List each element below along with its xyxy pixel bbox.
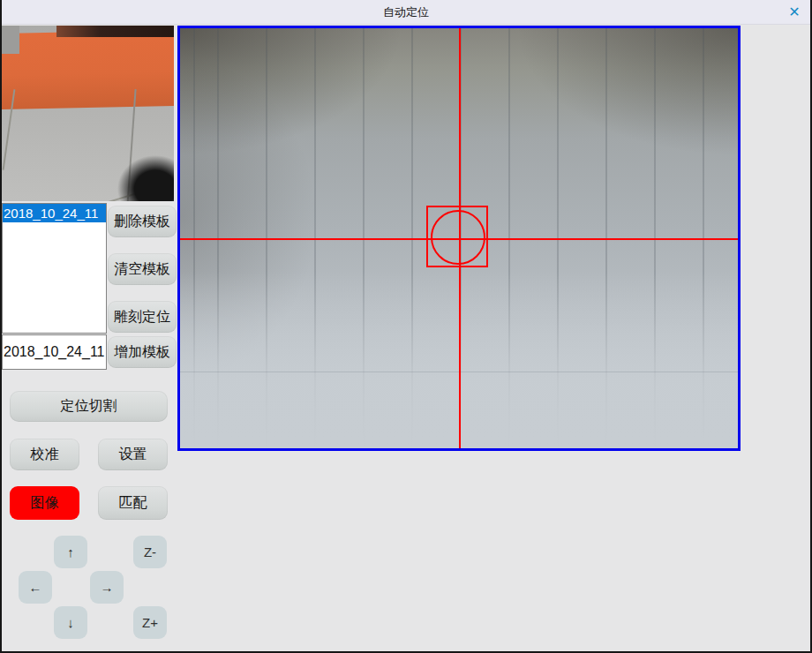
jog-right-button[interactable]: →: [90, 571, 124, 604]
window-title: 自动定位: [2, 0, 810, 25]
thumbnail-gray-patch: [2, 26, 19, 54]
image-button[interactable]: 图像: [10, 486, 79, 520]
auto-position-window: 自动定位 ✕ 2018_10_24_11 删除模板 清空模板 雕刻定位 增加模板…: [0, 0, 812, 653]
match-button[interactable]: 匹配: [98, 486, 168, 520]
template-list[interactable]: 2018_10_24_11: [2, 203, 107, 334]
add-template-button[interactable]: 增加模板: [108, 336, 177, 368]
list-item[interactable]: 2018_10_24_11: [3, 204, 106, 222]
position-cut-button[interactable]: 定位切割: [10, 391, 168, 422]
close-icon[interactable]: ✕: [784, 4, 805, 21]
settings-button[interactable]: 设置: [98, 439, 168, 470]
thumbnail-dark-object: [117, 155, 174, 201]
clear-template-button[interactable]: 清空模板: [108, 253, 177, 285]
jog-left-button[interactable]: ←: [19, 571, 52, 604]
thumbnail-dark-bar: [56, 26, 174, 37]
jog-z-minus-button[interactable]: Z-: [133, 536, 167, 568]
jog-z-plus-button[interactable]: Z+: [133, 606, 167, 639]
jog-up-button[interactable]: ↑: [54, 536, 87, 568]
titlebar: 自动定位 ✕: [2, 0, 810, 25]
engrave-position-button[interactable]: 雕刻定位: [108, 301, 177, 333]
template-name-input[interactable]: [2, 334, 107, 370]
thumbnail-orange-beam: [2, 30, 174, 109]
camera-view[interactable]: [177, 26, 741, 451]
delete-template-button[interactable]: 删除模板: [108, 206, 177, 237]
template-thumbnail: [2, 26, 174, 201]
jog-down-button[interactable]: ↓: [54, 606, 87, 639]
target-circle-overlay: [431, 210, 485, 265]
calibrate-button[interactable]: 校准: [10, 439, 79, 470]
